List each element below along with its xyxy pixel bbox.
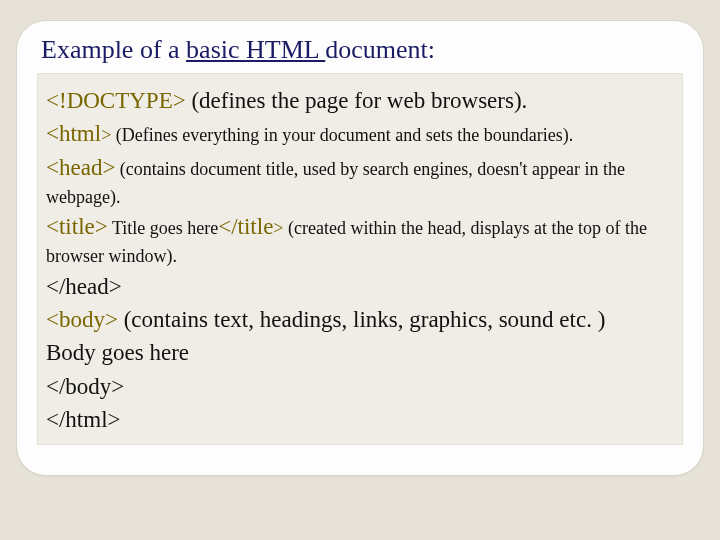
tag-doctype: <!DOCTYPE>: [46, 88, 186, 113]
title-inner-text: Title goes here: [108, 218, 219, 238]
document-card: Example of a basic HTML document: <!DOCT…: [16, 20, 704, 476]
tag-title-gt: >: [273, 218, 283, 238]
tag-head-close: </head>: [46, 274, 122, 299]
line-body-open: <body> (contains text, headings, links, …: [46, 303, 672, 336]
tag-title-close: </title: [218, 214, 273, 239]
tag-title-open: <title>: [46, 214, 108, 239]
line-head-open: <head> (contains document title, used by…: [46, 151, 672, 210]
tag-html: <html: [46, 121, 101, 146]
tag-html-close: </html>: [46, 407, 121, 432]
desc-body: (contains text, headings, links, graphic…: [118, 307, 605, 332]
line-html-close: </html>: [46, 403, 672, 436]
desc-doctype: (defines the page for web browsers).: [186, 88, 528, 113]
line-title: <title> Title goes here</title> (created…: [46, 210, 672, 269]
heading-suffix: document:: [325, 35, 435, 64]
heading: Example of a basic HTML document:: [37, 35, 683, 65]
line-html-open: <html> (Defines everything in your docum…: [46, 117, 672, 150]
line-body-text: Body goes here: [46, 336, 672, 369]
heading-underlined: basic HTML: [186, 35, 325, 64]
heading-prefix: Example of a: [41, 35, 186, 64]
tag-body-open: <body>: [46, 307, 118, 332]
desc-html: (Defines everything in your document and…: [111, 125, 573, 145]
line-head-close: </head>: [46, 270, 672, 303]
code-block: <!DOCTYPE> (defines the page for web bro…: [37, 73, 683, 445]
tag-html-gt: >: [101, 125, 111, 145]
tag-body-close: </body>: [46, 374, 124, 399]
body-text: Body goes here: [46, 340, 189, 365]
line-doctype: <!DOCTYPE> (defines the page for web bro…: [46, 84, 672, 117]
desc-head: (contains document title, used by search…: [46, 159, 625, 207]
tag-head: <head>: [46, 155, 115, 180]
line-body-close: </body>: [46, 370, 672, 403]
